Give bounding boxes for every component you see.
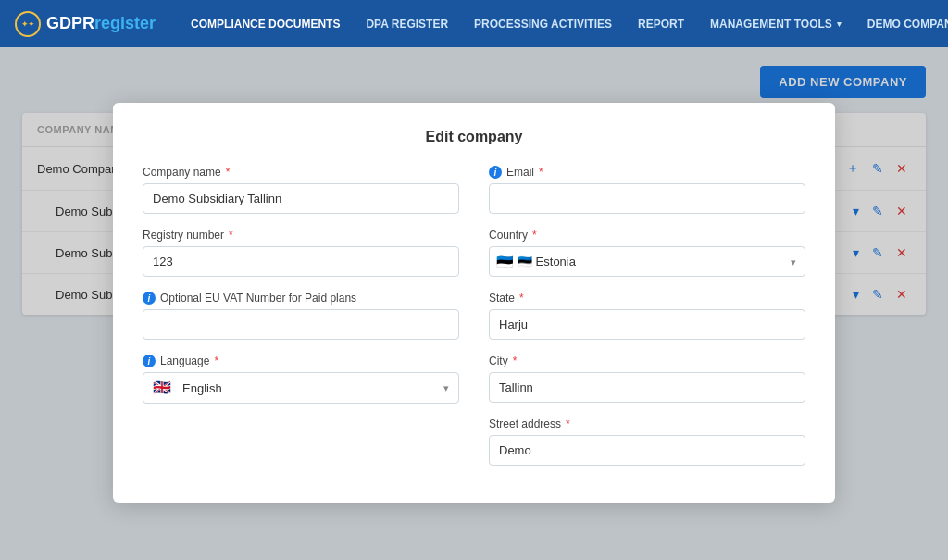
city-label: City *	[489, 355, 805, 367]
email-group: i Email *	[489, 166, 805, 214]
nav-processing[interactable]: PROCESSING ACTIVITIES	[461, 0, 625, 47]
nav-management[interactable]: MANAGEMENT TOOLS ▾	[697, 0, 854, 47]
modal-form: Company name * Registry number *	[143, 166, 805, 480]
required-indicator: *	[513, 355, 518, 367]
email-label: i Email *	[489, 166, 805, 179]
language-select[interactable]: English Estonian German	[179, 374, 458, 403]
chevron-down-icon: ▾	[837, 19, 842, 29]
company-name-group: Company name *	[143, 166, 459, 214]
street-label: Street address *	[489, 417, 805, 430]
country-select-wrap: 🇪🇪 Estonia 🇬🇧 United Kingdom 🇩🇪 Germany …	[489, 246, 805, 277]
company-name-label: Company name *	[143, 166, 459, 179]
nav-report[interactable]: REPORT	[625, 0, 697, 47]
street-group: Street address *	[489, 417, 805, 466]
language-select-wrap: 🇬🇧 English Estonian German ▾	[143, 372, 459, 404]
logo-stars-icon: ✦✦	[15, 11, 41, 37]
logo[interactable]: ✦✦ GDPRregister	[15, 11, 156, 37]
company-name-input[interactable]	[143, 183, 459, 214]
navbar: ✦✦ GDPRregister COMPLIANCE DOCUMENTS DPA…	[0, 0, 948, 47]
state-group: State *	[489, 292, 805, 340]
required-indicator: *	[214, 355, 218, 367]
nav-right: MANAGEMENT TOOLS ▾ DEMO COMPANY ▾ DEMO U…	[697, 0, 948, 47]
street-input[interactable]	[489, 435, 805, 466]
info-icon[interactable]: i	[143, 292, 156, 305]
nav-compliance[interactable]: COMPLIANCE DOCUMENTS	[178, 0, 353, 47]
modal-overlay[interactable]: Edit company Company name *	[0, 47, 948, 560]
required-indicator: *	[229, 229, 233, 242]
city-group: City *	[489, 355, 805, 403]
logo-gdpr: GDPRregister	[46, 14, 156, 33]
required-indicator: *	[539, 166, 543, 179]
nav-links: COMPLIANCE DOCUMENTS DPA REGISTER PROCES…	[178, 0, 697, 47]
vat-input[interactable]	[143, 309, 459, 340]
registry-group: Registry number *	[143, 229, 459, 277]
nav-dpa[interactable]: DPA REGISTER	[353, 0, 461, 47]
city-input[interactable]	[489, 372, 805, 403]
vat-label: i Optional EU VAT Number for Paid plans	[143, 292, 459, 305]
nav-demo-company[interactable]: DEMO COMPANY ▾	[854, 0, 948, 47]
main-content: ADD NEW COMPANY COMPANY NAME REGISTRY NU…	[0, 47, 948, 560]
state-input[interactable]	[489, 309, 805, 340]
edit-company-modal: Edit company Company name *	[113, 103, 835, 503]
country-select[interactable]: 🇪🇪 Estonia 🇬🇧 United Kingdom 🇩🇪 Germany	[489, 246, 805, 277]
vat-group: i Optional EU VAT Number for Paid plans	[143, 292, 459, 340]
state-label: State *	[489, 292, 805, 305]
info-icon[interactable]: i	[143, 355, 156, 367]
country-group: Country * 🇪🇪 Estonia 🇬🇧 United Kingdom 🇩…	[489, 229, 805, 277]
language-group: i Language * 🇬🇧 English Estonian German	[143, 355, 459, 404]
required-indicator: *	[226, 166, 231, 179]
required-indicator: *	[519, 292, 524, 305]
registry-label: Registry number *	[143, 229, 459, 242]
required-indicator: *	[532, 229, 537, 242]
modal-title: Edit company	[143, 129, 805, 145]
country-label: Country *	[489, 229, 805, 242]
language-label: i Language *	[143, 355, 459, 367]
info-icon[interactable]: i	[489, 166, 502, 179]
email-input[interactable]	[489, 183, 805, 214]
registry-input[interactable]	[143, 246, 459, 277]
required-indicator: *	[566, 417, 570, 430]
uk-flag-icon: 🇬🇧	[143, 373, 179, 403]
